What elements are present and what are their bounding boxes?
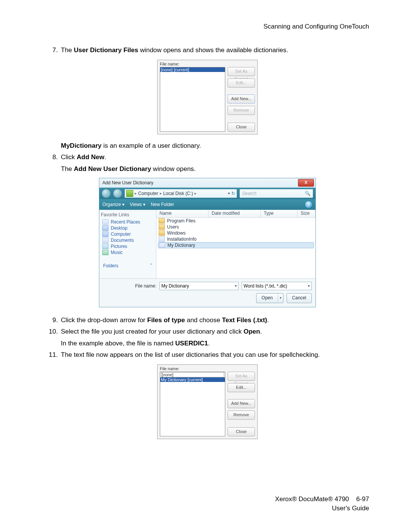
edit-button[interactable]: Edit... xyxy=(228,78,255,88)
desktop-icon xyxy=(102,225,108,231)
folder-icon xyxy=(159,230,165,236)
forward-button[interactable] xyxy=(113,189,122,198)
search-input[interactable]: Search 🔍 xyxy=(239,189,313,198)
breadcrumb[interactable]: ▸ Computer ▸ Local Disk (C:) ▸ ▾ ↻ xyxy=(124,189,237,198)
file-row[interactable]: Program Files xyxy=(156,218,315,224)
folder-icon xyxy=(159,218,165,224)
new-folder-button[interactable]: New Folder xyxy=(151,202,174,207)
file-type-select[interactable]: Word lists (*.txt, *.dic)▾ xyxy=(242,282,312,290)
folder-icon xyxy=(159,224,165,230)
list-item[interactable]: My Dictionary [current] xyxy=(160,377,225,382)
pictures-icon xyxy=(102,244,108,249)
add-new-button[interactable]: Add New... xyxy=(228,399,255,408)
close-button[interactable]: Close xyxy=(228,123,255,132)
dictionary-listbox[interactable]: [none] My Dictionary [current] xyxy=(160,372,225,436)
file-name-label: File name: xyxy=(160,366,255,371)
fav-recent-places[interactable]: Recent Places xyxy=(101,219,155,225)
fav-documents[interactable]: Documents xyxy=(101,237,155,243)
column-headers[interactable]: Name Date modified Type Size xyxy=(156,210,315,218)
step-10: 10. Select the file you just created for… xyxy=(46,327,369,337)
fav-music[interactable]: Music xyxy=(101,249,155,256)
computer-icon xyxy=(102,232,108,237)
drive-icon xyxy=(126,190,133,197)
edit-button[interactable]: Edit... xyxy=(228,383,255,392)
music-icon xyxy=(102,250,108,255)
fav-desktop[interactable]: Desktop xyxy=(101,225,155,231)
page-header: Scanning and Configuring OneTouch xyxy=(46,23,369,30)
list-item[interactable]: [none] [current] xyxy=(160,67,225,72)
folders-toggle[interactable]: Folders˄ xyxy=(101,263,155,268)
back-button[interactable] xyxy=(102,189,111,198)
file-row[interactable]: Users xyxy=(156,224,315,230)
step-10-sub: In the example above, the file is named … xyxy=(61,339,369,348)
file-row[interactable]: InstallationInfo xyxy=(156,236,315,242)
add-new-user-dictionary-dialog: Add New User Dictionary X ▸ Computer ▸ L… xyxy=(99,178,316,307)
search-icon: 🔍 xyxy=(305,191,311,196)
set-as-current-button[interactable]: Set As Current xyxy=(228,372,255,381)
cancel-button[interactable]: Cancel xyxy=(287,293,312,303)
user-dictionary-dialog-2: File name: [none] My Dictionary [current… xyxy=(157,364,258,439)
refresh-icon[interactable]: ↻ xyxy=(231,191,235,196)
step-11: 11. The text file now appears on the lis… xyxy=(46,350,369,360)
page-footer: Xerox® DocuMate® 4790 6-97 User's Guide xyxy=(275,495,369,513)
remove-button[interactable]: Remove xyxy=(228,106,255,115)
list-item[interactable]: [none] xyxy=(160,372,225,377)
user-dictionary-dialog-1: File name: [none] [current] Set As Curre… xyxy=(157,60,258,134)
mydictionary-note: MyDictionary is an example of a user dic… xyxy=(61,141,369,151)
add-new-button[interactable]: Add New... xyxy=(228,94,255,104)
step-8: 8. Click Add New. xyxy=(46,153,369,162)
step-7: 7. The User Dictionary Files window open… xyxy=(46,46,369,55)
dialog-title: Add New User Dictionary xyxy=(102,180,153,185)
close-button[interactable]: Close xyxy=(228,427,255,436)
open-button[interactable]: Open xyxy=(256,293,284,303)
step-9: 9. Click the drop-down arrow for Files o… xyxy=(46,316,369,325)
file-name-label: File name: xyxy=(160,62,255,66)
set-as-current-button[interactable]: Set As Current xyxy=(228,67,255,76)
recent-icon xyxy=(102,219,108,225)
dictionary-listbox[interactable]: [none] [current] xyxy=(160,67,225,132)
file-name-label: File name: xyxy=(103,283,156,289)
views-menu[interactable]: Views ▾ xyxy=(130,202,145,207)
organize-menu[interactable]: Organize ▾ xyxy=(102,202,124,207)
close-icon[interactable]: X xyxy=(298,179,314,187)
help-icon[interactable]: ? xyxy=(305,201,312,208)
file-icon xyxy=(159,236,165,242)
file-list[interactable]: Name Date modified Type Size Program Fil… xyxy=(156,210,315,278)
file-name-input[interactable]: My Dictionary▾ xyxy=(159,282,239,290)
fav-computer[interactable]: Computer xyxy=(101,231,155,237)
documents-icon xyxy=(102,238,108,243)
fav-pictures[interactable]: Pictures xyxy=(101,243,155,249)
step-8-sub: The Add New User Dictionary window opens… xyxy=(61,165,369,174)
file-row[interactable]: Windows xyxy=(156,230,315,236)
file-row-selected[interactable]: My Dictionary xyxy=(158,242,314,248)
file-icon xyxy=(159,243,165,248)
remove-button[interactable]: Remove xyxy=(228,411,255,420)
favorites-pane: Favorite Links Recent Places Desktop Com… xyxy=(99,210,156,278)
